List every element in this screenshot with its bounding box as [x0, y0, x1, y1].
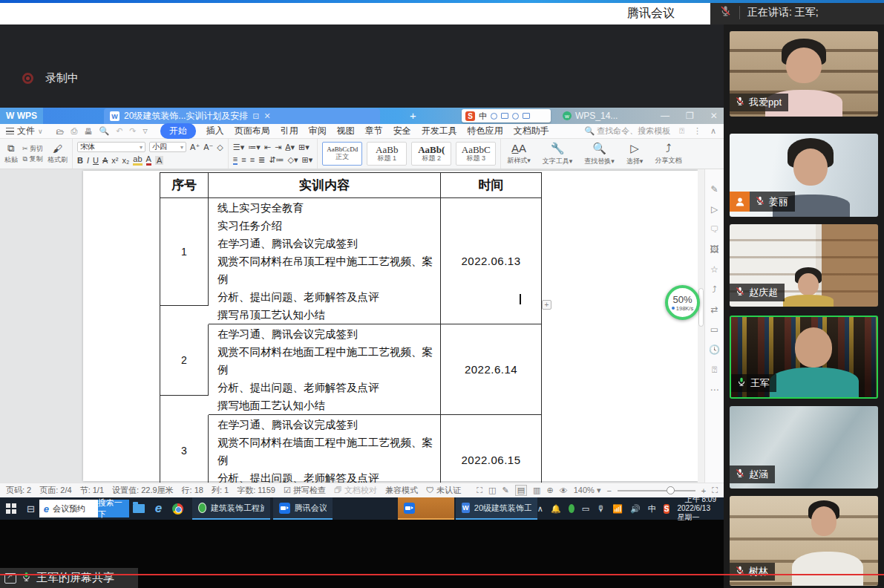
- row2-date[interactable]: 2022.6.14: [441, 324, 541, 415]
- tab-view[interactable]: 视图: [337, 125, 355, 137]
- participant-tile[interactable]: 树林: [730, 496, 878, 586]
- search-commands[interactable]: 🔍 查找命令、搜索模板: [585, 125, 671, 137]
- tab-section[interactable]: 章节: [365, 125, 383, 137]
- borders-icon[interactable]: ⊞▾: [298, 143, 310, 152]
- sogou-icon[interactable]: S: [465, 111, 475, 121]
- vertical-scrollbar[interactable]: [698, 169, 704, 483]
- table-icon[interactable]: ⊞▾: [302, 155, 313, 165]
- tab-doc-assistant[interactable]: 文档助手: [514, 125, 549, 137]
- justify-icon[interactable]: ≣: [258, 155, 265, 165]
- search-go-button[interactable]: 搜索一下: [98, 500, 129, 517]
- tab-close-icon[interactable]: ✕: [264, 111, 271, 121]
- ime-toolbox-icon[interactable]: [523, 113, 530, 119]
- copy-button[interactable]: ⧉ 复制: [23, 154, 43, 164]
- select-button[interactable]: ▷ 选择▾: [621, 139, 649, 169]
- highlight-icon[interactable]: ab: [133, 154, 142, 166]
- ime-keyboard-icon[interactable]: [501, 113, 508, 119]
- tab-special-apps[interactable]: 特色应用: [468, 125, 503, 137]
- participant-tile[interactable]: 赵庆超: [730, 224, 878, 307]
- participant-tile-speaking[interactable]: 王军: [730, 316, 878, 399]
- find-replace-button[interactable]: 🔍 查找替换▾: [578, 139, 621, 169]
- outdent-icon[interactable]: ⇤: [264, 143, 271, 152]
- start-button[interactable]: [0, 503, 22, 514]
- tray-battery-icon[interactable]: ▭: [582, 504, 589, 514]
- paste-button[interactable]: ⧉ 粘贴: [4, 143, 18, 165]
- fit-page-icon[interactable]: ⛶: [712, 486, 718, 495]
- italic-icon[interactable]: I: [87, 156, 89, 165]
- style-heading3[interactable]: AaBbC 标题 3: [456, 142, 496, 166]
- taskbar-search-box[interactable]: e 会议预约: [39, 500, 98, 517]
- tab-page-layout[interactable]: 页面布局: [235, 125, 270, 137]
- history-icon[interactable]: 🕓: [709, 344, 720, 355]
- print-icon[interactable]: 🖶: [84, 127, 92, 136]
- undo-icon[interactable]: ↶: [116, 126, 122, 136]
- task-view-button[interactable]: ⊟: [22, 503, 39, 514]
- row2-content[interactable]: 在学习通、腾讯会议完成签到 观赏不同材料在地面工程中施工工艺视频、案例 分析、提…: [209, 324, 441, 415]
- file-menu[interactable]: 文件∨: [0, 125, 49, 137]
- grow-font-icon[interactable]: A⁺: [190, 143, 200, 152]
- align-left-icon[interactable]: ≡: [233, 154, 238, 165]
- status-word-count[interactable]: 字数: 1159: [237, 485, 275, 496]
- pen-icon[interactable]: ✎: [710, 184, 718, 195]
- collapse-ribbon-icon[interactable]: ∧: [710, 126, 716, 136]
- align-right-icon[interactable]: ≡: [250, 155, 255, 164]
- fullscreen-view-icon[interactable]: ⛶: [477, 486, 482, 495]
- spell-check-toggle[interactable]: ☑ 拼写检查: [284, 485, 326, 496]
- customize-icon[interactable]: ▽: [143, 128, 148, 134]
- row1-date[interactable]: 2022.06.13: [441, 198, 541, 324]
- zoom-slider-knob[interactable]: [667, 486, 675, 494]
- zoom-out-icon[interactable]: −: [606, 486, 611, 495]
- line-spacing-icon[interactable]: ⇵≔: [269, 155, 284, 165]
- new-tab-button[interactable]: +: [410, 109, 416, 122]
- training-schedule-table[interactable]: 序号 实训内容 时间 1 线上实习安全教育 实习任务介绍 在学习通、腾讯会议完成…: [160, 172, 542, 483]
- style-heading2[interactable]: AaBb( 标题 2: [411, 142, 451, 166]
- outline-view-icon[interactable]: ▥: [533, 486, 540, 495]
- bullets-icon[interactable]: ☰▾: [233, 143, 244, 152]
- font-size-select[interactable]: 小四▾: [149, 142, 186, 152]
- tray-ime-label[interactable]: 中: [648, 503, 656, 514]
- font-name-select[interactable]: 宋体▾: [77, 142, 145, 152]
- table-header-no[interactable]: 序号: [160, 173, 209, 198]
- comment-icon[interactable]: 🗨: [710, 224, 719, 235]
- task-meeting-active[interactable]: [398, 497, 454, 520]
- document-tab[interactable]: W 20级建筑装饰...实训计划及安排 ⊡ ✕: [104, 108, 380, 124]
- table-plus-handle[interactable]: +: [542, 300, 551, 310]
- align-center-icon[interactable]: ≡: [241, 155, 246, 164]
- eye-protect-icon[interactable]: 👁: [560, 486, 568, 495]
- screen-share-banner[interactable]: 王军的屏幕共享: [0, 568, 138, 588]
- task-browser-doc[interactable]: 建筑装饰工程施工...: [192, 497, 270, 520]
- shrink-font-icon[interactable]: A⁻: [203, 143, 213, 152]
- style-heading1[interactable]: AaBb 标题 1: [367, 142, 407, 166]
- share-doc-button[interactable]: ⤴ 分享文档: [649, 139, 687, 169]
- task-tencent-meeting[interactable]: 腾讯会议: [273, 497, 333, 520]
- tray-network-icon[interactable]: 📶: [612, 504, 623, 514]
- save-icon[interactable]: 🗁: [56, 127, 65, 136]
- indent-icon[interactable]: ⇥: [275, 143, 281, 152]
- task-wps-document[interactable]: W 20级建筑装饰工程...: [456, 497, 537, 520]
- tray-app-icon[interactable]: [569, 504, 574, 513]
- star-icon[interactable]: ☆: [710, 264, 718, 275]
- tray-expand-icon[interactable]: ∧: [537, 504, 543, 514]
- numbering-icon[interactable]: ≔▾: [248, 143, 261, 152]
- row3-no[interactable]: 3: [160, 415, 209, 483]
- cut-button[interactable]: ✂ 剪切: [22, 144, 43, 154]
- redo-icon[interactable]: ↷: [129, 126, 136, 136]
- tab-dev-tools[interactable]: 开发工具: [422, 125, 457, 137]
- tab-references[interactable]: 引用: [281, 125, 298, 137]
- chrome-button[interactable]: [168, 503, 188, 514]
- tray-volume-icon[interactable]: 🔊: [630, 504, 641, 514]
- help-side-icon[interactable]: ⍰: [712, 365, 717, 375]
- pen-view-icon[interactable]: ✎: [502, 486, 508, 495]
- web-view-icon[interactable]: ⊕: [546, 486, 553, 495]
- two-page-view-icon[interactable]: ◫: [488, 486, 496, 495]
- close-icon[interactable]: ✕: [710, 111, 718, 121]
- tab-review[interactable]: 审阅: [309, 125, 327, 137]
- text-direction-icon[interactable]: A̲▾: [285, 143, 295, 152]
- card-icon[interactable]: ▭: [710, 324, 718, 335]
- wps-logo[interactable]: W WPS: [0, 108, 43, 124]
- more-side-icon[interactable]: ⋯: [710, 385, 719, 395]
- tab-security[interactable]: 安全: [393, 125, 411, 137]
- tray-bell-icon[interactable]: 🔔: [551, 504, 561, 514]
- zoom-level[interactable]: 140% ▾: [574, 486, 601, 495]
- new-style-button[interactable]: A̲A 新样式▾: [501, 139, 537, 169]
